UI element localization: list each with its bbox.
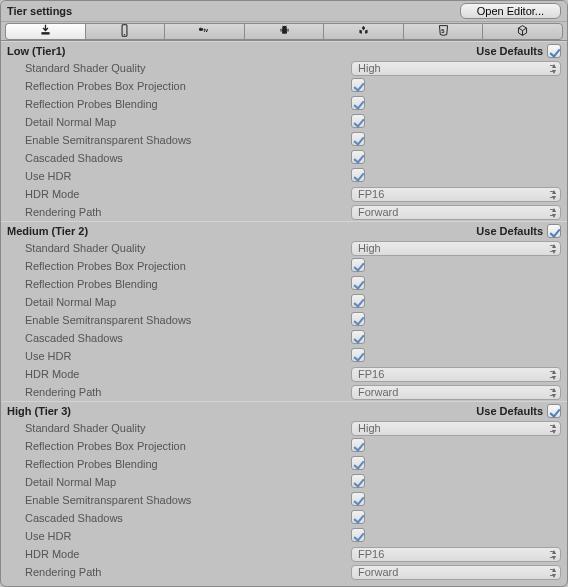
setting-select-value: FP16 [358, 548, 384, 560]
setting-row: Reflection Probes Box Projection [1, 437, 567, 455]
setting-select-value: High [358, 422, 381, 434]
setting-row: Standard Shader QualityHigh▴▾ [1, 239, 567, 257]
platform-tabbar: tv5 [1, 22, 567, 41]
setting-checkbox[interactable] [351, 528, 365, 542]
setting-label: Reflection Probes Blending [25, 278, 351, 290]
cube-icon [515, 24, 530, 39]
svg-rect-9 [287, 28, 288, 31]
setting-row: HDR ModeFP16▴▾ [1, 185, 567, 203]
setting-label: Cascaded Shadows [25, 332, 351, 344]
setting-select[interactable]: FP16▴▾ [351, 547, 561, 562]
setting-label: Cascaded Shadows [25, 512, 351, 524]
platform-tab[interactable] [244, 23, 324, 40]
setting-checkbox[interactable] [351, 348, 365, 362]
open-editor-button[interactable]: Open Editor... [460, 3, 561, 19]
platform-tab[interactable] [323, 23, 403, 40]
use-defaults-checkbox[interactable] [547, 44, 561, 58]
setting-select-value: High [358, 242, 381, 254]
setting-row: Use HDR [1, 527, 567, 545]
header: Tier settings Open Editor... [1, 1, 567, 22]
svg-rect-5 [282, 28, 287, 34]
svg-point-2 [124, 34, 125, 35]
setting-select-value: Forward [358, 386, 398, 398]
setting-checkbox[interactable] [351, 474, 365, 488]
setting-label: Rendering Path [25, 206, 351, 218]
setting-row: Enable Semitransparent Shadows [1, 311, 567, 329]
setting-select[interactable]: FP16▴▾ [351, 367, 561, 382]
unity-icon [356, 24, 371, 39]
platform-tab[interactable]: tv [164, 23, 244, 40]
setting-label: Use HDR [25, 530, 351, 542]
tier-header: Medium (Tier 2)Use Defaults [1, 221, 567, 239]
setting-checkbox[interactable] [351, 150, 365, 164]
use-defaults-checkbox[interactable] [547, 404, 561, 418]
platform-tab[interactable]: 5 [403, 23, 483, 40]
setting-row: Reflection Probes Blending [1, 275, 567, 293]
html5-icon: 5 [436, 24, 451, 39]
setting-row: Rendering PathForward▴▾ [1, 383, 567, 401]
svg-point-3 [200, 27, 201, 28]
setting-checkbox[interactable] [351, 456, 365, 470]
setting-select[interactable]: Forward▴▾ [351, 565, 561, 580]
setting-checkbox[interactable] [351, 258, 365, 272]
setting-checkbox[interactable] [351, 330, 365, 344]
setting-label: Reflection Probes Box Projection [25, 440, 351, 452]
tier-list: Low (Tier1)Use DefaultsStandard Shader Q… [1, 41, 567, 587]
setting-row: Use HDR [1, 167, 567, 185]
setting-label: Standard Shader Quality [25, 242, 351, 254]
setting-row: Detail Normal Map [1, 293, 567, 311]
setting-row: HDR ModeFP16▴▾ [1, 545, 567, 563]
setting-row: Enable Semitransparent Shadows [1, 491, 567, 509]
setting-label: Detail Normal Map [25, 116, 351, 128]
setting-select[interactable]: Forward▴▾ [351, 205, 561, 220]
setting-select[interactable]: FP16▴▾ [351, 187, 561, 202]
setting-label: Use HDR [25, 350, 351, 362]
setting-select[interactable]: High▴▾ [351, 421, 561, 436]
setting-label: Enable Semitransparent Shadows [25, 494, 351, 506]
setting-select[interactable]: Forward▴▾ [351, 385, 561, 400]
setting-checkbox[interactable] [351, 510, 365, 524]
chevron-updown-icon: ▴▾ [552, 423, 556, 435]
setting-select[interactable]: High▴▾ [351, 61, 561, 76]
setting-checkbox[interactable] [351, 114, 365, 128]
chevron-updown-icon: ▴▾ [552, 567, 556, 579]
setting-row: Reflection Probes Blending [1, 95, 567, 113]
setting-row: Detail Normal Map [1, 473, 567, 491]
tier-title: Low (Tier1) [7, 45, 65, 57]
svg-rect-8 [280, 28, 281, 31]
setting-row: Cascaded Shadows [1, 149, 567, 167]
setting-row: Cascaded Shadows [1, 329, 567, 347]
use-defaults-checkbox[interactable] [547, 224, 561, 238]
setting-checkbox[interactable] [351, 438, 365, 452]
setting-select[interactable]: High▴▾ [351, 241, 561, 256]
download-icon [38, 24, 53, 39]
setting-label: Reflection Probes Box Projection [25, 80, 351, 92]
setting-checkbox[interactable] [351, 132, 365, 146]
platform-tab[interactable] [482, 23, 563, 40]
setting-label: Reflection Probes Blending [25, 458, 351, 470]
svg-text:5: 5 [441, 28, 444, 34]
setting-label: Rendering Path [25, 566, 351, 578]
chevron-updown-icon: ▴▾ [552, 549, 556, 561]
setting-checkbox[interactable] [351, 312, 365, 326]
tier-title: Medium (Tier 2) [7, 225, 88, 237]
tier-header: Low (Tier1)Use Defaults [1, 41, 567, 59]
setting-select-value: FP16 [358, 368, 384, 380]
setting-row: Detail Normal Map [1, 113, 567, 131]
setting-label: Enable Semitransparent Shadows [25, 134, 351, 146]
platform-tab[interactable] [85, 23, 165, 40]
platform-tab[interactable] [5, 23, 85, 40]
setting-checkbox[interactable] [351, 492, 365, 506]
setting-label: Use HDR [25, 170, 351, 182]
setting-checkbox[interactable] [351, 96, 365, 110]
phone-icon [117, 24, 132, 39]
setting-checkbox[interactable] [351, 276, 365, 290]
setting-checkbox[interactable] [351, 168, 365, 182]
setting-label: Reflection Probes Box Projection [25, 260, 351, 272]
setting-label: Cascaded Shadows [25, 152, 351, 164]
setting-checkbox[interactable] [351, 294, 365, 308]
setting-label: HDR Mode [25, 548, 351, 560]
setting-row: Rendering PathForward▴▾ [1, 203, 567, 221]
setting-checkbox[interactable] [351, 78, 365, 92]
setting-row: Cascaded Shadows [1, 509, 567, 527]
